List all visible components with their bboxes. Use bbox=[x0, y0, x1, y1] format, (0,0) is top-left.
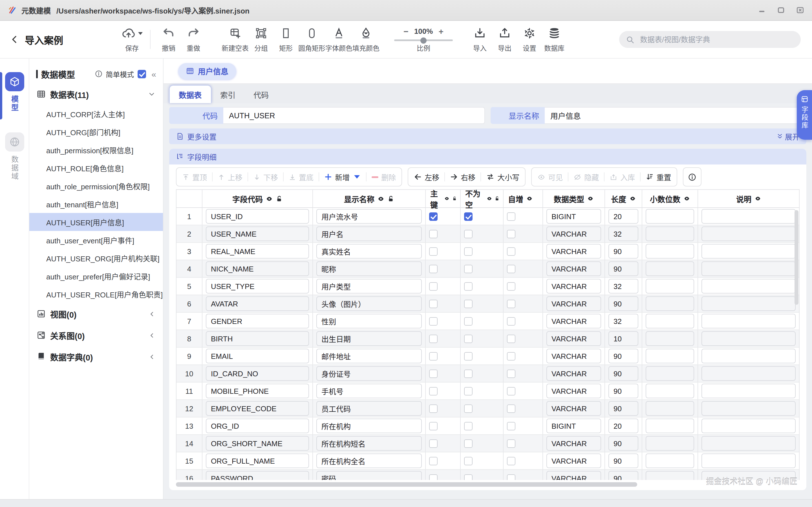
decimals-input[interactable] bbox=[646, 436, 694, 451]
move-up-button[interactable]: 上移 bbox=[218, 172, 243, 182]
sidebar-table-item[interactable]: auth_role_permission[角色权限] bbox=[29, 177, 163, 195]
length-input[interactable]: 90 bbox=[608, 471, 638, 480]
data-type-input[interactable]: VARCHAR bbox=[546, 349, 601, 363]
data-type-input[interactable]: VARCHAR bbox=[546, 366, 601, 381]
length-input[interactable]: 32 bbox=[608, 314, 638, 328]
rounded-rectangle-button[interactable]: 圆角矩形 bbox=[298, 26, 325, 52]
data-type-input[interactable]: VARCHAR bbox=[546, 226, 601, 241]
comment-input[interactable] bbox=[702, 331, 796, 346]
data-type-input[interactable]: VARCHAR bbox=[546, 314, 601, 328]
field-code-input[interactable]: NICK_NAME bbox=[206, 262, 309, 276]
views-section-header[interactable]: 视图(0) bbox=[29, 303, 163, 325]
fill-color-button[interactable]: 填充颜色 bbox=[352, 26, 379, 52]
field-code-input[interactable]: AVATAR bbox=[206, 296, 309, 311]
auto-increment-checkbox[interactable] bbox=[507, 334, 515, 343]
comment-input[interactable] bbox=[702, 471, 796, 480]
info-icon[interactable] bbox=[94, 70, 102, 78]
search-input[interactable] bbox=[639, 35, 794, 44]
field-code-input[interactable]: USER_NAME bbox=[206, 226, 309, 241]
auto-increment-checkbox[interactable] bbox=[507, 317, 515, 325]
not-null-checkbox[interactable] bbox=[464, 317, 472, 325]
length-input[interactable]: 90 bbox=[608, 366, 638, 381]
save-button[interactable]: 保存 bbox=[119, 26, 144, 52]
auto-increment-checkbox[interactable] bbox=[507, 404, 515, 413]
primary-key-checkbox[interactable] bbox=[429, 404, 438, 413]
length-input[interactable]: 90 bbox=[608, 244, 638, 259]
sidebar-table-item[interactable]: AUTH_ROLE[角色信息] bbox=[29, 159, 163, 177]
data-type-input[interactable]: BIGINT bbox=[546, 209, 601, 224]
comment-input[interactable] bbox=[702, 244, 796, 259]
display-name-input[interactable]: 用户信息 bbox=[545, 107, 806, 124]
not-null-checkbox[interactable] bbox=[464, 369, 472, 378]
font-color-button[interactable]: 字体颜色 bbox=[325, 26, 352, 52]
expand-toggle[interactable]: 展开 bbox=[776, 131, 800, 142]
not-null-checkbox[interactable] bbox=[464, 334, 472, 343]
sidebar-table-item[interactable]: auth_user_prefer[用户偏好记录] bbox=[29, 267, 163, 285]
sidebar-table-item[interactable]: AUTH_USER_ORG[用户机构关联] bbox=[29, 249, 163, 267]
field-code-input[interactable]: BIRTH bbox=[206, 331, 309, 346]
field-name-input[interactable]: 员工代码 bbox=[316, 401, 422, 416]
field-name-input[interactable]: 所在机构 bbox=[316, 418, 422, 433]
length-input[interactable]: 20 bbox=[608, 209, 638, 224]
horizontal-scrollbar-thumb[interactable] bbox=[176, 482, 638, 487]
primary-key-checkbox[interactable] bbox=[429, 369, 438, 378]
field-library-button[interactable]: 字段库 bbox=[797, 90, 812, 140]
move-down-button[interactable]: 下移 bbox=[253, 172, 278, 182]
decimals-input[interactable] bbox=[646, 244, 694, 259]
primary-key-checkbox[interactable] bbox=[429, 299, 438, 308]
field-name-input[interactable]: 手机号 bbox=[316, 384, 422, 398]
decimals-input[interactable] bbox=[646, 366, 694, 381]
length-input[interactable]: 90 bbox=[608, 453, 638, 468]
primary-key-checkbox[interactable] bbox=[429, 474, 438, 480]
rail-item-model[interactable]: 模型 bbox=[5, 72, 24, 112]
data-type-input[interactable]: VARCHAR bbox=[546, 384, 601, 398]
decimals-input[interactable] bbox=[646, 453, 694, 468]
move-left-button[interactable]: 左移 bbox=[414, 172, 439, 182]
visible-button[interactable]: 可见 bbox=[538, 172, 563, 182]
primary-key-checkbox[interactable] bbox=[429, 457, 438, 465]
redo-button[interactable]: 重做 bbox=[181, 26, 206, 52]
sidebar-table-item[interactable]: auth_tenant[租户信息] bbox=[29, 195, 163, 213]
comment-input[interactable] bbox=[702, 436, 796, 451]
sidebar-table-item[interactable]: auth_user_event[用户事件] bbox=[29, 231, 163, 249]
length-input[interactable]: 90 bbox=[608, 384, 638, 398]
field-name-input[interactable]: 出生日期 bbox=[316, 331, 422, 346]
code-input[interactable]: AUTH_USER bbox=[223, 107, 485, 124]
not-null-checkbox[interactable] bbox=[464, 474, 472, 480]
simple-mode-checkbox[interactable] bbox=[137, 69, 146, 78]
auto-increment-checkbox[interactable] bbox=[507, 457, 515, 465]
comment-input[interactable] bbox=[702, 314, 796, 328]
auto-increment-checkbox[interactable] bbox=[507, 352, 515, 360]
comment-input[interactable] bbox=[702, 209, 796, 224]
length-input[interactable]: 10 bbox=[608, 331, 638, 346]
auto-increment-checkbox[interactable] bbox=[507, 439, 515, 448]
decimals-input[interactable] bbox=[646, 209, 694, 224]
not-null-checkbox[interactable] bbox=[464, 247, 472, 256]
not-null-checkbox[interactable] bbox=[464, 421, 472, 430]
not-null-checkbox[interactable] bbox=[464, 212, 472, 221]
length-input[interactable]: 90 bbox=[608, 401, 638, 416]
auto-increment-checkbox[interactable] bbox=[507, 421, 515, 430]
sidebar-table-item[interactable]: auth_permission[权限信息] bbox=[29, 141, 163, 159]
data-type-input[interactable]: VARCHAR bbox=[546, 296, 601, 311]
field-code-input[interactable]: ORG_ID bbox=[206, 418, 309, 433]
zoom-in-button[interactable]: + bbox=[439, 26, 444, 36]
relations-section-header[interactable]: 关系图(0) bbox=[29, 325, 163, 346]
close-icon[interactable] bbox=[796, 6, 804, 14]
field-name-input[interactable]: 昵称 bbox=[316, 262, 422, 276]
field-code-input[interactable]: MOBILE_PHONE bbox=[206, 384, 309, 398]
field-code-input[interactable]: REAL_NAME bbox=[206, 244, 309, 259]
import-button[interactable]: 导入 bbox=[467, 26, 492, 52]
maximize-icon[interactable] bbox=[777, 6, 785, 14]
primary-key-checkbox[interactable] bbox=[429, 421, 438, 430]
export-button[interactable]: 导出 bbox=[492, 26, 517, 52]
comment-input[interactable] bbox=[702, 279, 796, 293]
field-code-input[interactable]: ORG_FULL_NAME bbox=[206, 453, 309, 468]
field-code-input[interactable]: EMPLOYEE_CODE bbox=[206, 401, 309, 416]
auto-increment-checkbox[interactable] bbox=[507, 212, 515, 221]
settings-button[interactable]: 设置 bbox=[517, 26, 542, 52]
decimals-input[interactable] bbox=[646, 401, 694, 416]
rectangle-button[interactable]: 矩形 bbox=[273, 26, 298, 52]
data-type-input[interactable]: VARCHAR bbox=[546, 262, 601, 276]
save-dropdown-icon[interactable] bbox=[138, 32, 143, 35]
